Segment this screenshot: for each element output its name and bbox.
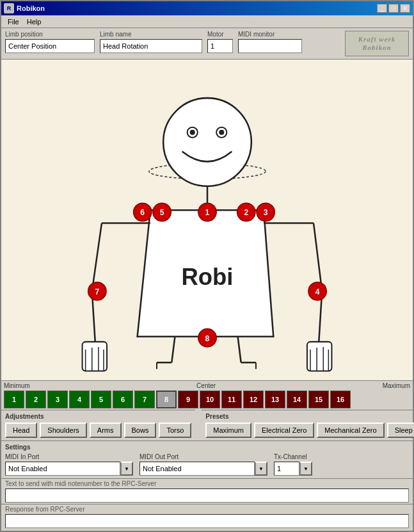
adj-btn-head[interactable]: Head	[5, 423, 37, 438]
help-menu[interactable]: Help	[23, 17, 45, 27]
adj-btn-arms[interactable]: Arms	[90, 423, 122, 438]
response-section: Response from RPC-Server	[1, 504, 413, 531]
center-label: Center	[196, 382, 216, 389]
midi-in-dropdown-wrapper: ▼	[5, 462, 133, 476]
minimize-button[interactable]: _	[377, 4, 387, 13]
svg-text:6: 6	[140, 208, 145, 217]
midi-out-input[interactable]	[139, 462, 255, 476]
svg-text:5: 5	[160, 208, 164, 217]
slider-btn-4[interactable]: 4	[69, 391, 90, 408]
main-window: R Robikon _ □ ✕ File Help Limb position …	[0, 0, 414, 532]
svg-text:8: 8	[205, 334, 210, 343]
svg-text:Robi: Robi	[182, 264, 234, 290]
slider-btn-9[interactable]: 9	[178, 391, 198, 408]
slider-btn-12[interactable]: 12	[243, 391, 264, 408]
slider-btn-13[interactable]: 13	[265, 391, 285, 408]
limb-position-label: Limb position	[5, 31, 95, 38]
midi-out-label: MIDI Out Port	[139, 453, 267, 460]
minimum-label: Minimum	[4, 382, 30, 389]
slider-btn-14[interactable]: 14	[287, 391, 307, 408]
midi-out-field: MIDI Out Port ▼	[139, 453, 267, 476]
robot-canvas: Robi	[1, 60, 413, 380]
svg-text:7: 7	[95, 287, 99, 296]
presets-label: Presets	[205, 413, 414, 420]
slider-labels: Minimum Center Maximum	[4, 382, 410, 389]
slider-btn-15[interactable]: 15	[308, 391, 329, 408]
close-button[interactable]: ✕	[400, 4, 410, 13]
limb-position-input[interactable]	[5, 39, 95, 53]
text-send-input[interactable]	[5, 488, 409, 503]
midi-in-label: MIDI In Port	[5, 453, 133, 460]
limb-position-group: Limb position	[5, 31, 95, 53]
slider-btn-5[interactable]: 5	[91, 391, 111, 408]
midi-in-field: MIDI In Port ▼	[5, 453, 133, 476]
tx-channel-field: Tx-Channel ▼	[274, 453, 312, 476]
slider-row: 12345678910111213141516	[4, 391, 410, 408]
robot-svg: Robi	[1, 60, 413, 380]
logo-text: Kraft werkRobikon	[358, 35, 396, 52]
settings-section: Settings MIDI In Port ▼ MIDI Out Port ▼	[1, 440, 413, 478]
logo: Kraft werkRobikon	[345, 31, 409, 56]
slider-btn-7[interactable]: 7	[134, 391, 155, 408]
slider-btn-6[interactable]: 6	[113, 391, 133, 408]
adjustments-label: Adjustments	[5, 413, 191, 420]
preset-btn-sleep[interactable]: Sleep	[387, 423, 414, 438]
tx-channel-input[interactable]	[274, 462, 299, 476]
settings-label: Settings	[5, 444, 409, 451]
svg-line-10	[92, 223, 102, 291]
svg-line-25	[171, 337, 175, 363]
svg-text:2: 2	[244, 208, 248, 217]
adj-btn-shoulders[interactable]: Shoulders	[40, 423, 87, 438]
svg-point-3	[190, 130, 195, 135]
slider-btn-8[interactable]: 8	[156, 391, 177, 408]
limb-name-group: Limb name	[100, 31, 202, 53]
svg-point-1	[163, 98, 251, 186]
slider-btn-11[interactable]: 11	[221, 391, 242, 408]
preset-btn-electrical-zero[interactable]: Electrical Zero	[254, 423, 314, 438]
controls-section: Minimum Center Maximum 12345678910111213…	[1, 380, 413, 531]
midi-in-input[interactable]	[5, 462, 120, 476]
limb-name-label: Limb name	[100, 31, 202, 38]
app-icon: R	[4, 3, 14, 13]
menu-bar: File Help	[1, 15, 413, 28]
midi-monitor-group: MIDI monitor	[238, 31, 302, 53]
preset-btn-maximum[interactable]: Maximum	[205, 423, 251, 438]
midi-monitor-input[interactable]	[238, 39, 302, 53]
settings-row: MIDI In Port ▼ MIDI Out Port ▼ Tx-Channe…	[5, 453, 409, 476]
slider-btn-2[interactable]: 2	[26, 391, 46, 408]
svg-point-5	[219, 130, 224, 135]
slider-btn-1[interactable]: 1	[4, 391, 24, 408]
midi-in-arrow[interactable]: ▼	[120, 462, 133, 476]
svg-line-18	[314, 223, 322, 291]
preset-btn-mechanical-zero[interactable]: Mechanical Zero	[317, 423, 384, 438]
adjustments-section: Adjustments HeadShouldersArmsBowsTorso	[1, 410, 195, 440]
slider-btn-10[interactable]: 10	[200, 391, 220, 408]
motor-input[interactable]	[207, 39, 233, 53]
tx-channel-label: Tx-Channel	[274, 453, 312, 460]
slider-btn-16[interactable]: 16	[330, 391, 351, 408]
midi-out-arrow[interactable]: ▼	[255, 462, 267, 476]
svg-line-28	[238, 337, 241, 363]
limb-name-input[interactable]	[100, 39, 202, 53]
svg-text:1: 1	[205, 208, 210, 217]
title-buttons: _ □ ✕	[377, 4, 410, 13]
response-label: Response from RPC-Server	[5, 506, 409, 513]
midi-out-dropdown-wrapper: ▼	[139, 462, 267, 476]
file-menu[interactable]: File	[4, 17, 23, 27]
motor-group: Motor	[207, 31, 233, 53]
slider-btn-3[interactable]: 3	[47, 391, 68, 408]
window-title: Robikon	[17, 4, 377, 12]
adjustments-presets-row: Adjustments HeadShouldersArmsBowsTorso P…	[1, 410, 413, 440]
maximize-button[interactable]: □	[388, 4, 399, 13]
adj-btn-torso[interactable]: Torso	[159, 423, 191, 438]
adj-btn-bows[interactable]: Bows	[124, 423, 157, 438]
presets-buttons: MaximumElectrical ZeroMechanical ZeroSle…	[205, 423, 414, 438]
motor-label: Motor	[207, 31, 233, 38]
svg-text:4: 4	[315, 287, 320, 296]
slider-section: Minimum Center Maximum 12345678910111213…	[1, 380, 413, 410]
text-send-label: Text to send with midi notenumber to the…	[5, 480, 409, 487]
maximum-label: Maximum	[383, 382, 410, 389]
midi-monitor-label: MIDI monitor	[238, 31, 302, 38]
tx-channel-arrow[interactable]: ▼	[299, 462, 312, 476]
adjustments-buttons: HeadShouldersArmsBowsTorso	[5, 423, 191, 438]
